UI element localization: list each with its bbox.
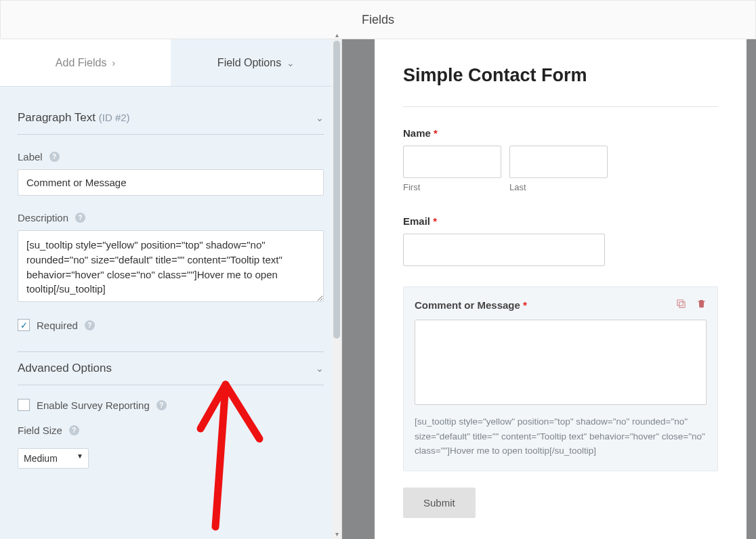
name-inputs: First Last (403, 146, 718, 192)
description-textarea[interactable]: [su_tooltip style="yellow" position="top… (18, 230, 324, 302)
section-paragraph-text[interactable]: Paragraph Text (ID #2) ⌄ (18, 102, 324, 135)
fieldsize-select-wrap: Medium ▼ (18, 443, 89, 469)
chevron-right-icon: › (112, 58, 115, 68)
comment-description: [su_tooltip style="yellow" position="top… (415, 414, 707, 458)
section-advanced-options[interactable]: Advanced Options ⌄ (18, 352, 324, 385)
tabs: Add Fields › Field Options ⌄ (0, 39, 341, 87)
required-label: Required (37, 320, 78, 331)
name-label-text: Name (403, 127, 431, 139)
tab-add-label: Add Fields (56, 57, 107, 69)
main-layout: Add Fields › Field Options ⌄ Paragraph T… (0, 39, 756, 539)
scroll-up-icon[interactable]: ▴ (332, 31, 341, 39)
comment-actions (675, 298, 707, 311)
description-text: Description (18, 212, 68, 223)
duplicate-icon[interactable] (675, 298, 687, 311)
email-block: Email * (403, 215, 718, 266)
help-icon[interactable]: ? (49, 152, 60, 162)
first-name-input[interactable] (403, 146, 501, 178)
row-field-size: Field Size ? Medium ▼ (18, 425, 324, 469)
section-title: Paragraph Text (ID #2) (18, 111, 130, 125)
label-text: Label (18, 151, 43, 163)
form-preview: Simple Contact Form Name * First Last Em… (375, 39, 756, 539)
svg-rect-1 (677, 300, 684, 306)
left-panel: Add Fields › Field Options ⌄ Paragraph T… (0, 39, 342, 539)
tab-field-options[interactable]: Field Options ⌄ (171, 39, 341, 86)
panel-divider (342, 39, 375, 539)
submit-button[interactable]: Submit (403, 488, 476, 518)
trash-icon[interactable] (696, 298, 707, 311)
email-label-text: Email (403, 215, 430, 227)
header-title: Fields (362, 13, 394, 27)
help-icon[interactable]: ? (75, 213, 85, 223)
fieldsize-label: Field Size ? (18, 425, 324, 436)
label-label: Label ? (18, 151, 324, 163)
row-required: ✓ Required ? (18, 319, 324, 331)
chevron-down-icon: ⌄ (316, 112, 324, 123)
required-asterisk: * (431, 127, 438, 139)
scrollbar[interactable]: ▴ ▾ (332, 39, 341, 539)
comment-title: Comment or Message * (415, 299, 527, 311)
chevron-down-icon: ⌄ (287, 58, 295, 68)
comment-field-selected[interactable]: Comment or Message * [su_tooltip style="… (403, 286, 718, 471)
row-survey: Enable Survey Reporting ? (18, 399, 324, 411)
page-header: Fields (0, 0, 756, 39)
fieldsize-text: Field Size (18, 425, 62, 436)
help-icon[interactable]: ? (85, 320, 95, 330)
scroll-down-icon[interactable]: ▾ (332, 530, 341, 538)
tab-add-fields[interactable]: Add Fields › (0, 39, 171, 86)
email-label: Email * (403, 215, 718, 227)
comment-head: Comment or Message * (415, 298, 707, 311)
help-icon[interactable]: ? (156, 400, 167, 410)
description-label: Description ? (18, 212, 324, 223)
row-description: Description ? [su_tooltip style="yellow"… (18, 212, 324, 304)
divider (403, 106, 718, 107)
comment-title-text: Comment or Message (415, 299, 520, 311)
fieldsize-select[interactable]: Medium (18, 448, 89, 469)
last-name-input[interactable] (509, 146, 608, 178)
required-asterisk: * (430, 215, 437, 227)
survey-label: Enable Survey Reporting (37, 400, 150, 411)
comment-textarea[interactable] (415, 320, 707, 405)
required-asterisk: * (520, 299, 527, 311)
last-sublabel: Last (509, 182, 608, 192)
name-label: Name * (403, 127, 718, 139)
first-sublabel: First (403, 182, 501, 192)
required-checkbox[interactable]: ✓ (18, 319, 30, 331)
email-input[interactable] (403, 234, 605, 266)
options-body: Paragraph Text (ID #2) ⌄ Label ? Descrip… (0, 87, 341, 539)
svg-rect-0 (679, 302, 686, 308)
label-input[interactable] (18, 169, 324, 196)
section-title-text: Paragraph Text (18, 111, 96, 124)
help-icon[interactable]: ? (69, 425, 79, 435)
chevron-down-icon: ⌄ (316, 363, 324, 374)
scroll-thumb[interactable] (333, 41, 340, 339)
section-id: (ID #2) (99, 112, 130, 123)
row-label: Label ? (18, 151, 324, 196)
form-title: Simple Contact Form (403, 65, 718, 86)
tab-options-label: Field Options (217, 57, 281, 69)
advanced-title: Advanced Options (18, 362, 112, 375)
survey-checkbox[interactable] (18, 399, 30, 411)
